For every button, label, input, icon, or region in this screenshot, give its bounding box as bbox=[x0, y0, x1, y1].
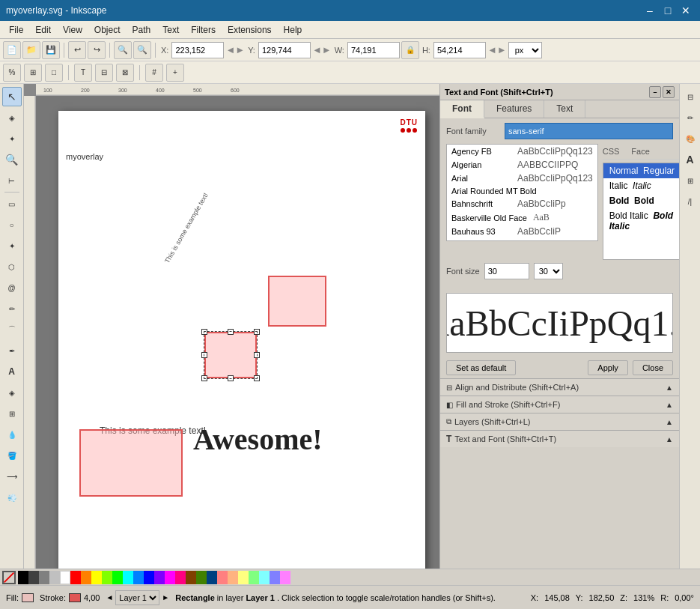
callig-tool[interactable]: ✒ bbox=[2, 341, 22, 360]
open-button[interactable]: 📁 bbox=[22, 41, 40, 59]
selection-container[interactable] bbox=[204, 332, 257, 378]
text-font-header2[interactable]: T Text and Font (Shift+Ctrl+T) ▲ bbox=[440, 431, 679, 447]
font-item-baskerville[interactable]: Baskerville Old Face AaB bbox=[447, 210, 597, 225]
zoom-in-button[interactable]: 🔍 bbox=[114, 41, 132, 59]
maximize-button[interactable]: □ bbox=[660, 2, 676, 19]
handle-tm[interactable] bbox=[228, 329, 234, 335]
canvas-area[interactable]: 100 200 300 400 500 600 DTU bbox=[24, 84, 439, 569]
font-size-input[interactable] bbox=[484, 263, 529, 279]
layers-header[interactable]: ⧉ Layers (Shift+Ctrl+L) ▲ bbox=[440, 413, 679, 430]
set-as-default-button[interactable]: Set as default bbox=[446, 360, 516, 375]
align-distribute-header[interactable]: ⊟ Align and Distribute (Shift+Ctrl+A) ▲ bbox=[440, 379, 679, 396]
style-bold[interactable]: Bold Bold bbox=[603, 193, 681, 208]
tab-font[interactable]: Font bbox=[440, 100, 484, 118]
apply-button[interactable]: Apply bbox=[588, 360, 628, 375]
tab-text[interactable]: Text bbox=[544, 100, 585, 118]
paint-bucket-tool[interactable]: 🪣 bbox=[2, 446, 22, 465]
menu-edit[interactable]: Edit bbox=[29, 23, 57, 37]
panel-minimize[interactable]: – bbox=[649, 86, 661, 98]
color-lightmagenta[interactable] bbox=[280, 571, 290, 584]
rect-tool[interactable]: ▭ bbox=[2, 194, 22, 213]
rect-pink-large[interactable] bbox=[268, 276, 326, 327]
spiral-tool[interactable]: @ bbox=[2, 278, 22, 297]
grid-btn[interactable]: # bbox=[145, 64, 163, 82]
zoom-tool[interactable]: 🔍 bbox=[2, 150, 22, 169]
layer-select[interactable]: Layer 1 bbox=[115, 590, 159, 605]
h-input[interactable] bbox=[433, 42, 486, 58]
grid-right-btn[interactable]: ⊞ bbox=[681, 171, 700, 190]
color-lime[interactable] bbox=[102, 571, 112, 584]
font-family-input[interactable] bbox=[505, 123, 673, 139]
left-arrow-icon[interactable]: ◄ bbox=[106, 593, 113, 602]
color-violet[interactable] bbox=[154, 571, 165, 584]
menu-filters[interactable]: Filters bbox=[185, 23, 222, 37]
color-white[interactable] bbox=[60, 571, 70, 584]
handle-bm[interactable] bbox=[228, 375, 234, 381]
color-cyan[interactable] bbox=[123, 571, 133, 584]
panel-close[interactable]: ✕ bbox=[663, 86, 675, 98]
unit-select[interactable]: px mm cm bbox=[508, 42, 542, 58]
font-item-algerian[interactable]: Algerian AABBCCIIPPQ bbox=[447, 158, 597, 172]
selected-rect[interactable] bbox=[204, 332, 257, 378]
style-italic[interactable]: Italic Italic bbox=[603, 178, 681, 193]
x-input[interactable] bbox=[171, 42, 224, 58]
stroke-swatch[interactable] bbox=[69, 593, 81, 602]
mesh-tool[interactable]: ⊞ bbox=[2, 404, 22, 423]
undo-button[interactable]: ↩ bbox=[68, 41, 86, 59]
close-panel-button[interactable]: Close bbox=[633, 360, 673, 375]
circle-tool[interactable]: ○ bbox=[2, 215, 22, 234]
new-button[interactable]: 📄 bbox=[3, 41, 21, 59]
font-item-bahnschrift[interactable]: Bahnschrift AaBbCcIiPp bbox=[447, 197, 597, 210]
handle-tr[interactable] bbox=[254, 329, 260, 335]
distribute-btn[interactable]: ⊠ bbox=[116, 64, 134, 82]
rect-pink-bottomleft[interactable] bbox=[79, 429, 183, 497]
redo-button[interactable]: ↪ bbox=[88, 41, 106, 59]
color-lightblue2[interactable] bbox=[270, 571, 280, 584]
guide-btn[interactable]: + bbox=[166, 64, 184, 82]
spray-tool[interactable]: 💨 bbox=[2, 488, 22, 507]
color-olive[interactable] bbox=[196, 571, 207, 584]
menu-text[interactable]: Text bbox=[156, 23, 185, 37]
font-item-agency[interactable]: Agency FB AaBbCcIiPpQq123 bbox=[447, 145, 597, 158]
tweak-tool[interactable]: ✦ bbox=[2, 129, 22, 148]
handle-mr[interactable] bbox=[254, 352, 260, 358]
fill-stroke-header[interactable]: ◧ Fill and Stroke (Shift+Ctrl+F) ▲ bbox=[440, 396, 679, 413]
menu-extensions[interactable]: Extensions bbox=[222, 23, 278, 37]
bezier-tool[interactable]: ⌒ bbox=[2, 320, 22, 339]
color-lightblue[interactable] bbox=[133, 571, 144, 584]
snap-right-btn[interactable]: ⊟ bbox=[681, 87, 700, 106]
w-input[interactable] bbox=[347, 42, 400, 58]
snap-toggle[interactable]: % bbox=[3, 64, 21, 82]
text-tool[interactable]: A bbox=[2, 362, 22, 381]
close-button[interactable]: ✕ bbox=[678, 2, 694, 19]
menu-file[interactable]: File bbox=[3, 23, 29, 37]
font-item-bauhaus[interactable]: Bauhaus 93 AaBbCcIiP bbox=[447, 225, 597, 238]
connector-tool[interactable]: ⟶ bbox=[2, 467, 22, 486]
color-magenta[interactable] bbox=[165, 571, 175, 584]
color-red[interactable] bbox=[70, 571, 81, 584]
lock-ratio-button[interactable]: 🔒 bbox=[401, 41, 419, 59]
canvas-content[interactable]: DTU myoverlay This is some example text! bbox=[36, 96, 439, 569]
handle-tl[interactable] bbox=[201, 329, 207, 335]
color-black[interactable] bbox=[18, 571, 28, 584]
color-lightgreen[interactable] bbox=[249, 571, 259, 584]
minimize-button[interactable]: – bbox=[642, 2, 658, 19]
color-right-btn[interactable]: 🎨 bbox=[681, 129, 700, 148]
color-orange[interactable] bbox=[81, 571, 91, 584]
color-gray[interactable] bbox=[39, 571, 49, 584]
handle-ml[interactable] bbox=[201, 352, 207, 358]
node-tool[interactable]: ◈ bbox=[2, 108, 22, 127]
select-tool[interactable]: ↖ bbox=[2, 87, 22, 106]
transform-btn[interactable]: T bbox=[74, 64, 92, 82]
snap-bbox[interactable]: □ bbox=[45, 64, 63, 82]
zoom-out-button[interactable]: 🔍 bbox=[133, 41, 151, 59]
color-pink[interactable] bbox=[175, 571, 186, 584]
menu-view[interactable]: View bbox=[57, 23, 88, 37]
text-right-btn[interactable]: A bbox=[681, 150, 700, 169]
style-list[interactable]: Normal Regular Italic Italic Bold Bold B… bbox=[603, 163, 681, 260]
y-input[interactable] bbox=[258, 42, 311, 58]
style-normal[interactable]: Normal Regular bbox=[603, 163, 681, 178]
measure-tool[interactable]: ⊢ bbox=[2, 171, 22, 190]
no-color-swatch[interactable] bbox=[2, 571, 16, 584]
extra-right-btn[interactable]: /| bbox=[681, 192, 700, 211]
